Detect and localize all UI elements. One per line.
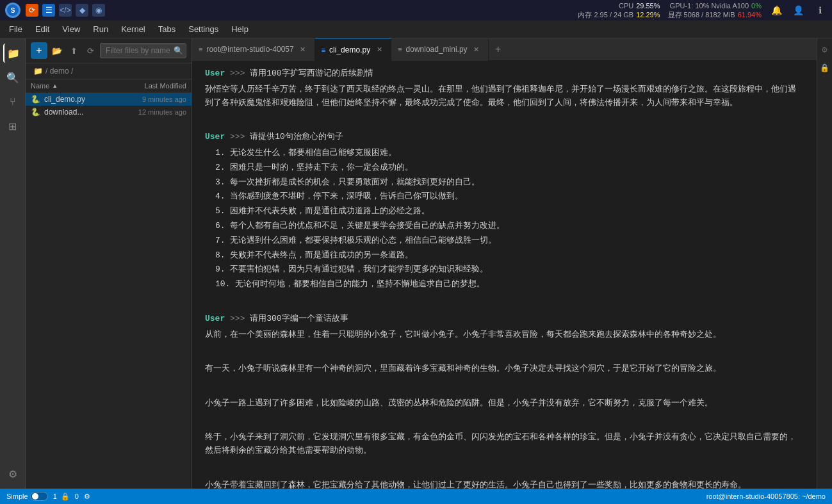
cpu-block: CPU 29.55% 内存 2.95 / 24 GB 12.29% [578,1,660,20]
chat-response-1: 孙悟空等人历经千辛万苦，终于到达了西天取经的终点一灵山。在那里，他们遇到了佛祖释… [205,83,804,110]
path-slash-icon: 📁 [33,67,43,76]
numbered-7: 7. 无论遇到什么困难，都要保持积极乐观的心态，相信自己能够战胜一切。 [215,234,804,248]
new-file-button[interactable]: + [31,42,47,59]
tab-cli-demo[interactable]: ≡ cli_demo.py ✕ [315,38,391,61]
chat-response-story-3: 小兔子一路上遇到了许多困难，比如险峻的山路、茂密的丛林和危险的陷阱。但是，小兔子… [205,397,804,411]
system-bar-left: S ⟳ ☰ </> ◆ ◉ [5,3,105,18]
status-path: root@intern-studio-40057805: ~/demo [706,492,826,500]
activity-bar: 📁 🔍 ⑂ ⊞ ⚙ [0,38,26,489]
sidebar-toggle-icon[interactable]: ☰ [42,4,55,17]
menu-run[interactable]: Run [86,22,115,37]
file-item-download[interactable]: 🐍 download... 12 minutes ago [26,106,192,118]
right-icon-lock[interactable]: 🔒 [819,61,831,74]
numbered-10: 10. 无论何时何地，都要相信自己的能力，坚持不懈地追求自己的梦想。 [215,278,804,291]
blank-story-4 [205,463,804,476]
tab-download-mini-label: download_mini.py [406,45,468,54]
mem-value: 12.29% [636,10,660,19]
svg-text:S: S [11,7,15,14]
file-name-download: download... [44,108,110,117]
blank-story-3 [205,416,804,429]
python-file-icon-2: 🐍 [31,108,40,117]
toggle-switch[interactable] [30,492,48,501]
folder-icon[interactable]: 📂 [50,44,64,58]
vram-label: 显存 5068 / 8182 MiB [668,10,735,19]
notifications-icon[interactable]: 🔔 [769,3,783,17]
app-avatar: S [5,3,20,18]
gpu-label: GPU-1: 10% Nvidia A100 [670,1,749,10]
menu-kernel[interactable]: Kernel [115,22,152,37]
simple-toggle-item[interactable]: Simple [6,492,48,501]
activity-git-icon[interactable]: ⑂ [3,92,22,111]
name-column-header[interactable]: Name ▲ [31,82,110,90]
menu-file[interactable]: File [3,22,29,37]
tab-terminal-close[interactable]: ✕ [298,44,308,54]
code-icon[interactable]: </> [59,4,72,17]
line-number: 1 [53,492,57,500]
right-icon-settings[interactable]: ⚙ [819,44,831,56]
tab-terminal-label: root@intern-studio-40057 [206,45,293,54]
modified-column-header[interactable]: Last Modified [110,82,186,90]
zero-item[interactable]: 0 [75,492,79,500]
status-left: Simple 1 🔒 0 ⚙ [6,492,90,501]
tab-download-mini-close[interactable]: ✕ [471,44,482,54]
refresh-icon[interactable]: ⟳ [83,44,97,58]
activity-search-icon[interactable]: 🔍 [3,68,22,87]
path-text: / demo / [45,67,73,76]
file-date-cli-demo: 9 minutes ago [110,95,186,103]
cli-demo-tab-icon: ≡ [322,46,325,54]
editor-content[interactable]: User >>> 请用100字扩写西游记的后续剧情 孙悟空等人历经千辛万苦，终于… [192,61,817,489]
line-col-item[interactable]: 1 🔒 [53,492,70,501]
activity-extensions-icon[interactable]: ⊞ [3,117,22,136]
file-list-header: Name ▲ Last Modified [26,79,192,93]
cpu-label: CPU [619,1,633,10]
gear-item[interactable]: ⚙ [84,492,90,501]
numbered-5: 5. 困难并不代表失败，而是通往成功道路上的必经之路。 [215,205,804,218]
menu-help[interactable]: Help [225,22,255,37]
menu-view[interactable]: View [56,22,86,37]
sidebar: + 📂 ⬆ ⟳ 🔍 📁 / demo / Name ▲ Last Modifie… [26,38,192,489]
numbered-1: 1. 无论发生什么，都要相信自己能够克服困难。 [215,147,804,160]
right-sidebar: ⚙ 🔒 [817,38,832,489]
chat-section-blank-1 [205,115,804,128]
chat-line-2: User >>> 请提供10句治愈心的句子 [205,131,804,144]
menu-tabs[interactable]: Tabs [152,22,182,37]
numbered-9: 9. 不要害怕犯错，因为只有通过犯错，我们才能学到更多的知识和经验。 [215,263,804,277]
python-file-icon-1: 🐍 [31,95,40,104]
activity-files-icon[interactable]: 📁 [3,44,22,63]
search-icon: 🔍 [174,46,183,55]
tab-bar: ≡ root@intern-studio-40057 ✕ ≡ cli_demo.… [192,38,817,61]
numbered-8: 8. 失败并不代表终点，而是通往成功的另一条道路。 [215,249,804,263]
system-bar-right: CPU 29.55% 内存 2.95 / 24 GB 12.29% GPU-1:… [578,1,827,20]
chat-section-blank-2 [205,297,804,310]
tab-download-mini[interactable]: ≡ download_mini.py ✕ [391,38,488,61]
menu-edit[interactable]: Edit [29,22,56,37]
activity-settings-icon[interactable]: ⚙ [3,464,22,484]
tab-cli-demo-label: cli_demo.py [329,45,370,54]
blank-story-2 [205,381,804,394]
file-date-download: 12 minutes ago [110,108,186,116]
avatar-icon[interactable]: 👤 [791,3,805,17]
mem-label: 内存 2.95 / 24 GB [578,10,633,19]
zero-label: 0 [75,492,79,500]
tab-terminal[interactable]: ≡ root@intern-studio-40057 ✕ [192,38,315,61]
file-name-cli-demo: cli_demo.py [44,95,110,104]
menu-bar: File Edit View Run Kernel Tabs Settings … [0,20,832,38]
diamond-icon[interactable]: ◆ [76,4,88,17]
file-item-cli-demo[interactable]: 🐍 cli_demo.py 9 minutes ago [26,93,192,106]
chat-response-story-2: 有一天，小兔子听说森林里有一个神奇的洞穴，里面藏着许多宝藏和神奇的生物。小兔子决… [205,362,804,376]
numbered-3: 3. 每一次挫折都是成长的机会，只要勇敢面对，就能找到更好的自己。 [215,176,804,190]
tab-cli-demo-close[interactable]: ✕ [374,45,384,55]
upload-icon[interactable]: ⬆ [67,44,81,58]
chat-line-3: User >>> 请用300字编一个童话故事 [205,313,804,326]
simple-label: Simple [6,492,28,500]
col-number: 🔒 [61,492,70,501]
search-box: 🔍 [100,43,186,58]
numbered-2: 2. 困难只是一时的，坚持走下去，你一定会成功的。 [215,161,804,175]
numbered-4: 4. 当你感到疲惫不堪时，停下来，深呼吸，告诉自己你可以做到。 [215,190,804,204]
info-icon[interactable]: ℹ [813,3,827,17]
terminal-tab-icon: ≡ [199,45,202,53]
menu-settings[interactable]: Settings [182,22,225,37]
circle-icon[interactable]: ◉ [92,4,105,17]
reload-icon[interactable]: ⟳ [26,4,38,17]
tab-add-button[interactable]: + [489,38,508,61]
